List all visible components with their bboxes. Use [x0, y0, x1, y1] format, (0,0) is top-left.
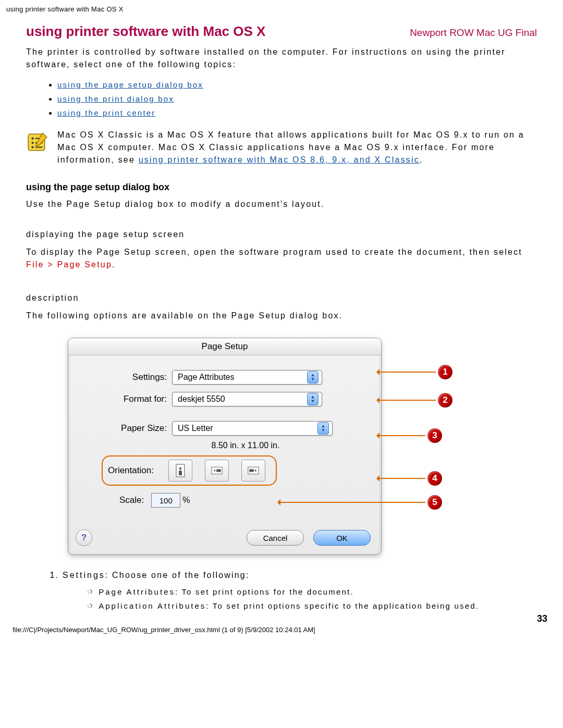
popup-arrows-icon: ▲▼ [317, 422, 329, 435]
format-label: Format for: [81, 394, 172, 404]
menu-path: File > Page Setup [26, 260, 112, 269]
footer-path: file:///C|/Projects/Newport/Mac_UG_ROW/u… [13, 626, 537, 634]
note-link[interactable]: using printer software with Mac OS 8.6, … [139, 155, 420, 164]
callouts: 1 2 3 4 5 [378, 338, 452, 510]
page-number: 33 [537, 613, 547, 624]
callout-2: 2 [438, 393, 452, 408]
callout-4: 4 [427, 471, 442, 486]
svg-point-8 [179, 467, 181, 470]
settings-value: Page Attributes [178, 373, 235, 382]
note-row: Mac OS X Classic is a Mac OS X feature t… [26, 129, 537, 166]
orientation-landscape-left-button[interactable] [205, 460, 229, 482]
desc-sub-1: Page Attributes: To set print options fo… [88, 587, 537, 596]
svg-point-12 [254, 470, 256, 471]
svg-point-10 [214, 470, 215, 471]
scale-label: Scale: [119, 495, 149, 505]
header-path: using printer software with Mac OS X [6, 5, 537, 13]
topic-links: using the page setup dialog box using th… [57, 80, 537, 117]
settings-popup[interactable]: Page Attributes ▲▼ [172, 370, 322, 385]
desc-heading: description [26, 292, 537, 304]
subheading-page-setup: using the page setup dialog box [26, 182, 537, 193]
dialog-title: Page Setup [68, 338, 381, 355]
help-button[interactable]: ? [76, 529, 92, 546]
link-page-setup[interactable]: using the page setup dialog box [57, 80, 203, 89]
svg-point-2 [32, 142, 34, 144]
orientation-landscape-right-button[interactable] [241, 460, 265, 482]
format-popup[interactable]: deskjet 5550 ▲▼ [172, 392, 322, 406]
scale-suffix: % [182, 496, 190, 505]
display-text: To display the Page Setup screen, open t… [26, 246, 537, 271]
paper-dimensions: 8.50 in. x 11.00 in. [123, 441, 369, 450]
link-print-center[interactable]: using the print center [57, 108, 155, 117]
note-text: Mac OS X Classic is a Mac OS X feature t… [57, 129, 537, 166]
display-post: . [112, 260, 116, 269]
page-title: using printer software with Mac OS X [26, 23, 265, 40]
display-heading: displaying the page setup screen [26, 228, 537, 241]
ok-button[interactable]: OK [313, 530, 371, 546]
cancel-button[interactable]: Cancel [247, 530, 304, 546]
callout-1: 1 [438, 365, 452, 379]
doc-tag: Newport ROW Mac UG Final [410, 27, 537, 39]
page-setup-figure: Page Setup Settings: Page Attributes ▲▼ … [68, 338, 537, 555]
scale-input[interactable] [151, 493, 180, 508]
paper-label: Paper Size: [81, 423, 172, 434]
header-row: using printer software with Mac OS X New… [26, 23, 537, 40]
desc-intro: The following options are available on t… [26, 310, 537, 322]
display-pre: To display the Page Setup screen, open t… [26, 248, 522, 256]
sub-intro: Use the Page Setup dialog box to modify … [26, 198, 537, 211]
desc-sub-2: Application Attributes: To set print opt… [88, 601, 537, 610]
svg-point-3 [32, 146, 34, 148]
orientation-label: Orientation: [108, 465, 156, 476]
desc-item-1-term: Settings [63, 571, 105, 579]
callout-3: 3 [427, 428, 442, 443]
description-list: Settings: Choose one of the following: P… [42, 571, 537, 610]
callout-5: 5 [427, 495, 442, 510]
svg-point-1 [32, 138, 34, 140]
page-setup-dialog: Page Setup Settings: Page Attributes ▲▼ … [68, 338, 382, 555]
popup-arrows-icon: ▲▼ [307, 371, 319, 384]
desc-item-1-text: : Choose one of the following: [105, 571, 250, 579]
orientation-portrait-button[interactable] [168, 460, 192, 482]
note-icon [26, 131, 48, 153]
link-print-dialog[interactable]: using the print dialog box [57, 94, 174, 103]
orientation-group: Orientation: [102, 455, 277, 486]
settings-label: Settings: [81, 372, 172, 382]
intro-text: The printer is controlled by software in… [26, 46, 537, 71]
paper-value: US Letter [178, 424, 213, 433]
popup-arrows-icon: ▲▼ [307, 393, 319, 405]
paper-popup[interactable]: US Letter ▲▼ [172, 421, 333, 436]
desc-item-1: Settings: Choose one of the following: P… [63, 571, 537, 610]
note-suffix: . [420, 155, 423, 164]
format-value: deskjet 5550 [178, 394, 225, 404]
